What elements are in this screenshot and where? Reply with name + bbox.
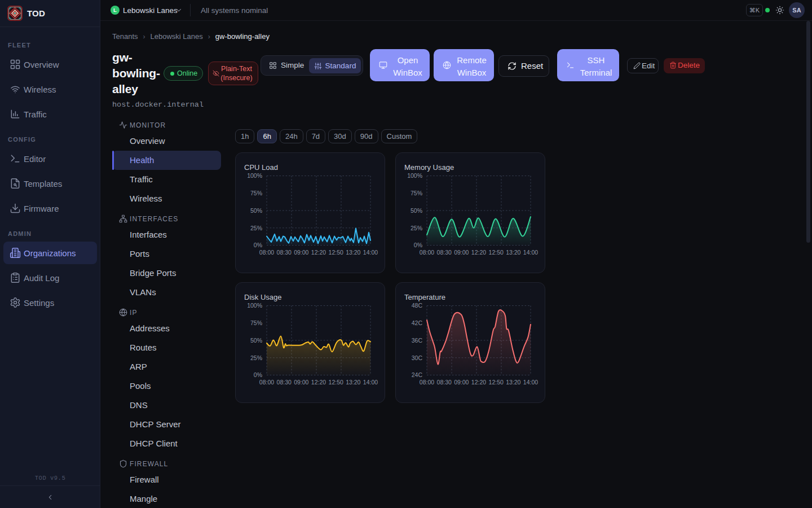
svg-text:08:30: 08:30 (277, 249, 292, 256)
svg-text:42C: 42C (412, 319, 423, 326)
svg-text:100%: 100% (407, 172, 422, 179)
svg-text:14:00: 14:00 (363, 379, 378, 386)
svg-text:12:50: 12:50 (329, 249, 343, 256)
svg-text:09:00: 09:00 (294, 249, 308, 256)
svg-text:0%: 0% (254, 371, 262, 378)
svg-text:12:50: 12:50 (329, 379, 343, 386)
svg-text:14:00: 14:00 (523, 379, 538, 386)
svg-text:08:30: 08:30 (437, 379, 452, 386)
svg-text:25%: 25% (250, 354, 262, 361)
svg-text:13:20: 13:20 (506, 379, 520, 386)
svg-text:12:50: 12:50 (489, 249, 504, 256)
svg-text:12:50: 12:50 (489, 379, 504, 386)
svg-text:13:20: 13:20 (346, 379, 360, 386)
svg-text:36C: 36C (412, 337, 423, 344)
svg-text:50%: 50% (250, 337, 262, 344)
svg-text:12:20: 12:20 (471, 379, 486, 386)
svg-text:09:00: 09:00 (294, 379, 308, 386)
svg-text:48C: 48C (412, 302, 423, 309)
svg-text:100%: 100% (247, 172, 262, 179)
svg-text:0%: 0% (254, 242, 262, 248)
svg-text:08:00: 08:00 (259, 379, 274, 386)
svg-text:12:20: 12:20 (471, 249, 486, 256)
svg-text:09:00: 09:00 (454, 249, 469, 256)
svg-text:14:00: 14:00 (363, 249, 378, 256)
svg-text:25%: 25% (250, 225, 262, 231)
svg-text:08:00: 08:00 (420, 379, 434, 386)
svg-text:50%: 50% (250, 207, 262, 214)
svg-text:75%: 75% (411, 190, 422, 196)
svg-text:08:00: 08:00 (259, 249, 274, 256)
svg-text:Memory Usage: Memory Usage (404, 163, 454, 172)
svg-text:08:00: 08:00 (420, 249, 434, 256)
svg-text:CPU Load: CPU Load (244, 163, 278, 172)
svg-text:13:20: 13:20 (506, 249, 520, 256)
svg-text:25%: 25% (411, 225, 422, 231)
svg-text:Temperature: Temperature (404, 293, 445, 301)
svg-text:09:00: 09:00 (454, 379, 469, 386)
svg-text:50%: 50% (411, 207, 422, 214)
svg-text:100%: 100% (247, 302, 262, 309)
svg-text:24C: 24C (412, 371, 423, 378)
svg-text:0%: 0% (414, 242, 422, 248)
svg-text:13:20: 13:20 (346, 249, 360, 256)
svg-text:08:30: 08:30 (437, 249, 452, 256)
svg-text:12:20: 12:20 (311, 249, 326, 256)
svg-text:Disk Usage: Disk Usage (244, 293, 281, 301)
svg-text:75%: 75% (250, 190, 262, 196)
svg-text:08:30: 08:30 (277, 379, 292, 386)
svg-text:12:20: 12:20 (311, 379, 326, 386)
svg-text:14:00: 14:00 (523, 249, 538, 256)
svg-text:75%: 75% (250, 319, 262, 326)
svg-text:30C: 30C (412, 354, 423, 361)
